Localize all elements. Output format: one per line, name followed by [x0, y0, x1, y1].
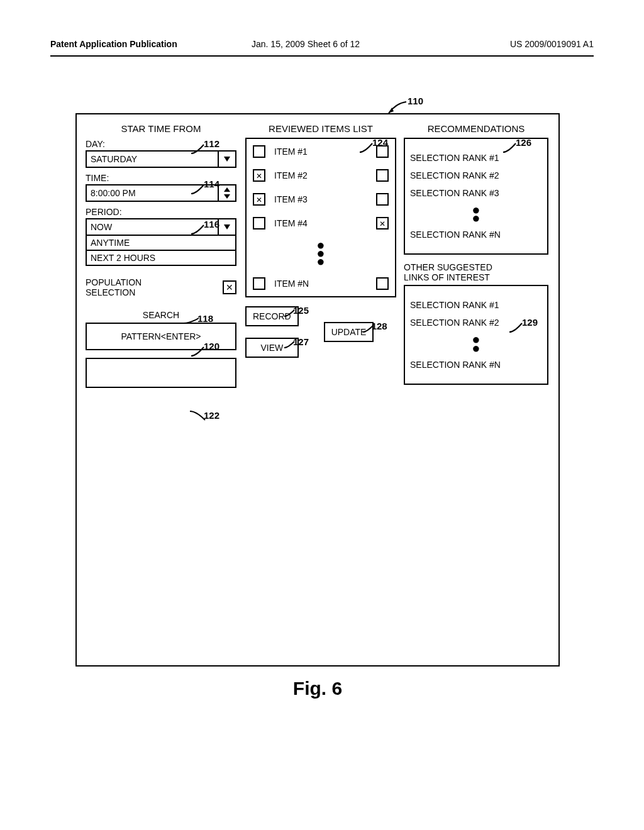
recommendations-frame: SELECTION RANK #1 SELECTION RANK #2 SELE…: [404, 138, 548, 255]
lead-124: [360, 142, 375, 153]
lead-126: [503, 142, 518, 153]
other-links-title1: OTHER SUGGESTED: [404, 262, 548, 272]
pattern-result-box: [86, 358, 236, 388]
day-select[interactable]: SATURDAY: [86, 150, 236, 168]
item1-left-checkbox[interactable]: [253, 145, 265, 158]
item-row: ITEM #4: [253, 217, 389, 230]
population-label1: POPULATION: [86, 277, 219, 287]
figure-frame: STAR TIME FROM 112 DAY: SATURDAY 114 TIM…: [75, 113, 560, 667]
period-option-anytime[interactable]: ANYTIME: [86, 236, 236, 251]
x-icon: [256, 194, 262, 204]
spinner-updown-icon[interactable]: [218, 185, 235, 201]
item1-label: ITEM #1: [274, 147, 367, 157]
header-rule: [50, 55, 594, 57]
item2-right-checkbox[interactable]: [376, 169, 389, 182]
lead-127: [284, 340, 296, 349]
page-header: Patent Application Publication Jan. 15, …: [50, 39, 594, 52]
lead-125: [284, 309, 296, 318]
x-icon: [256, 170, 262, 180]
pub-number: US 2009/0019091 A1: [510, 39, 594, 49]
other-links-title2: LINKS OF INTEREST: [404, 272, 548, 282]
rec-rank[interactable]: SELECTION RANK #N: [410, 230, 542, 240]
reviewed-items-panel: REVIEWED ITEMS LIST 124 ITEM #1 ITEM #2 …: [245, 123, 396, 358]
lead-118: [184, 317, 200, 326]
recommendations-panel: RECOMMENDATIONS 126 SELECTION RANK #1 SE…: [404, 123, 548, 385]
item4-left-checkbox[interactable]: [253, 217, 265, 230]
x-icon: [379, 218, 386, 228]
figure-container: 110 STAR TIME FROM 112 DAY: SATURDAY 114…: [75, 113, 560, 699]
pub-type: Patent Application Publication: [50, 39, 177, 49]
item4-label: ITEM #4: [274, 218, 367, 228]
rec-rank[interactable]: SELECTION RANK #2: [410, 170, 542, 180]
reviewed-buttons: RECORD 125 VIEW 127 UPDATE 128: [245, 306, 396, 358]
rec-rank[interactable]: SELECTION RANK #3: [410, 188, 542, 198]
time-panel: STAR TIME FROM 112 DAY: SATURDAY 114 TIM…: [86, 123, 236, 388]
ellipsis-dots: ●●●: [253, 241, 389, 266]
item-row: ITEM #3: [253, 193, 389, 206]
lead-120: [191, 346, 206, 357]
sheet-info: Jan. 15, 2009 Sheet 6 of 12: [252, 39, 360, 49]
lead-114: [191, 184, 206, 195]
lead-128: [363, 324, 374, 333]
item4-right-checkbox[interactable]: [376, 217, 389, 230]
chevron-down-icon[interactable]: [218, 152, 235, 167]
items-frame: ITEM #1 ITEM #2 ITEM #3 ITEM #4: [245, 138, 396, 297]
lead-116: [191, 224, 206, 235]
item-row: ITEM #2: [253, 169, 389, 182]
itemN-left-checkbox[interactable]: [253, 277, 265, 290]
item2-label: ITEM #2: [274, 170, 367, 180]
itemN-label: ITEM #N: [274, 279, 367, 289]
item2-left-checkbox[interactable]: [253, 169, 265, 182]
recommendations-title: RECOMMENDATIONS: [404, 123, 548, 134]
link-rank[interactable]: SELECTION RANK #N: [410, 360, 542, 370]
population-row: POPULATION SELECTION: [86, 277, 236, 297]
ref-110: 110: [408, 96, 423, 106]
time-panel-title: STAR TIME FROM: [86, 123, 236, 134]
population-label2: SELECTION: [86, 287, 219, 297]
period-option-next2h[interactable]: NEXT 2 HOURS: [86, 251, 236, 266]
links-frame: SELECTION RANK #1 SELECTION RANK #2 ●● S…: [404, 285, 548, 384]
population-checkbox[interactable]: [223, 280, 236, 294]
rec-rank[interactable]: SELECTION RANK #1: [410, 153, 542, 163]
ellipsis-dots: ●●: [410, 206, 542, 222]
x-icon: [226, 283, 233, 292]
lead-112: [191, 143, 206, 155]
item-row: ITEM #N: [253, 277, 389, 290]
lead-122: [190, 409, 206, 421]
itemN-right-checkbox[interactable]: [376, 277, 389, 290]
link-rank[interactable]: SELECTION RANK #1: [410, 300, 542, 310]
item3-label: ITEM #3: [274, 194, 367, 204]
search-label: SEARCH: [86, 310, 236, 320]
figure-caption: Fig. 6: [75, 678, 560, 699]
item3-right-checkbox[interactable]: [376, 193, 389, 206]
item3-left-checkbox[interactable]: [253, 193, 265, 206]
reviewed-items-title: REVIEWED ITEMS LIST: [245, 123, 396, 134]
period-label: PERIOD:: [86, 207, 236, 217]
chevron-down-icon[interactable]: [218, 219, 235, 235]
ellipsis-dots: ●●: [410, 335, 542, 351]
lead-129: [509, 322, 525, 333]
